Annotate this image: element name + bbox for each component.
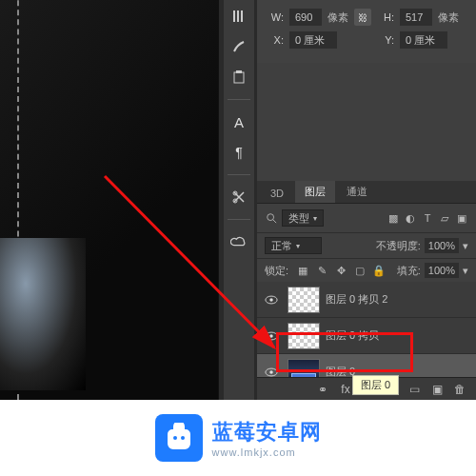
y-label: Y:: [377, 34, 394, 46]
fill-label: 填充:: [397, 264, 421, 278]
panel-tab-bar: 3D 图层 通道: [257, 181, 476, 204]
svg-rect-0: [233, 10, 235, 22]
visibility-eye-icon[interactable]: [261, 331, 282, 341]
watermark-url: www.lmkjx.com: [212, 446, 322, 458]
svg-rect-1: [237, 10, 239, 22]
tab-layers[interactable]: 图层: [295, 181, 335, 203]
trash-icon[interactable]: 🗑: [453, 383, 466, 396]
lock-all-icon[interactable]: 🔒: [372, 264, 386, 277]
svg-point-10: [269, 298, 273, 302]
blend-mode-row: 正常 ▾ 不透明度: 100% ▾: [257, 232, 476, 258]
align-icon[interactable]: [230, 8, 248, 25]
layer-row[interactable]: 图层 0 拷贝: [257, 318, 476, 354]
lock-row: 锁定: ▦ ✎ ✥ ▢ 🔒 填充: 100% ▾: [257, 258, 476, 282]
layer-thumbnail[interactable]: [288, 323, 320, 349]
lock-position-icon[interactable]: ✥: [334, 264, 347, 277]
svg-point-7: [268, 214, 274, 221]
site-logo-icon: [155, 414, 203, 462]
group-icon[interactable]: ▭: [407, 383, 421, 396]
tool-separator: [228, 174, 250, 175]
filter-smart-icon[interactable]: ▣: [455, 211, 468, 225]
blend-mode-value: 正常: [271, 239, 292, 253]
tab-3d[interactable]: 3D: [261, 184, 293, 203]
h-label: H:: [377, 11, 394, 23]
svg-point-14: [269, 370, 273, 374]
filter-type-icon[interactable]: T: [421, 211, 434, 225]
properties-section: W: 690 像素 ⛓ H: 517 像素 X: 0 厘米 Y: 0 厘米: [257, 0, 476, 63]
watermark-text: 蓝莓安卓网 www.lmkjx.com: [212, 418, 322, 458]
tool-separator: [228, 99, 250, 100]
right-panel-area: W: 690 像素 ⛓ H: 517 像素 X: 0 厘米 Y: 0 厘米 3D…: [257, 0, 476, 400]
x-label: X:: [267, 34, 284, 46]
svg-rect-2: [241, 10, 243, 22]
xy-row: X: 0 厘米 Y: 0 厘米: [267, 29, 466, 51]
chevron-down-icon: ▾: [296, 242, 300, 250]
opacity-field[interactable]: 100%: [425, 238, 459, 253]
chevron-down-icon: ▾: [313, 214, 317, 223]
height-field[interactable]: 517: [400, 9, 432, 26]
search-icon[interactable]: [265, 211, 278, 225]
clipboard-icon[interactable]: [230, 69, 248, 86]
filter-type-dropdown[interactable]: 类型 ▾: [282, 209, 324, 227]
filter-type-label: 类型: [288, 211, 309, 226]
link-wh-icon[interactable]: ⛓: [354, 9, 371, 26]
layer-tooltip: 图层 0: [352, 375, 399, 395]
paragraph-icon[interactable]: ¶: [230, 144, 248, 161]
svg-line-8: [273, 220, 276, 223]
layer-thumbnail[interactable]: [288, 287, 320, 313]
visibility-eye-icon[interactable]: [261, 295, 282, 305]
tool-separator: [228, 219, 250, 220]
fill-field[interactable]: 100%: [425, 263, 459, 278]
watermark-banner: 蓝莓安卓网 www.lmkjx.com: [0, 400, 476, 476]
svg-point-16: [173, 436, 177, 440]
lock-brush-icon[interactable]: ✎: [315, 264, 328, 277]
watermark-title: 蓝莓安卓网: [212, 418, 322, 446]
opacity-label: 不透明度:: [376, 239, 421, 253]
tab-channels[interactable]: 通道: [337, 181, 377, 203]
brush-icon[interactable]: [230, 38, 248, 55]
svg-rect-3: [234, 72, 244, 83]
vertical-tool-strip: A ¶: [224, 0, 254, 400]
type-tool-icon[interactable]: A: [230, 113, 248, 130]
link-layers-icon[interactable]: ⚭: [316, 383, 329, 396]
creative-cloud-icon[interactable]: [230, 233, 248, 250]
svg-point-17: [181, 436, 185, 440]
scissors-icon[interactable]: [230, 188, 248, 206]
layer-row[interactable]: 图层 0 拷贝 2: [257, 282, 476, 318]
canvas-image-content: [0, 238, 86, 390]
w-unit: 像素: [327, 10, 348, 25]
svg-rect-4: [236, 70, 242, 73]
lock-artboard-icon[interactable]: ▢: [353, 264, 367, 277]
x-field[interactable]: 0 厘米: [289, 31, 337, 49]
chevron-down-icon[interactable]: ▾: [463, 240, 468, 252]
fx-icon[interactable]: fx: [339, 383, 352, 396]
h-unit: 像素: [438, 10, 459, 25]
layer-name[interactable]: 图层 0 拷贝 2: [326, 292, 476, 307]
filter-adjust-icon[interactable]: ◐: [404, 211, 417, 225]
filter-pixel-icon[interactable]: ▩: [387, 211, 400, 225]
w-label: W:: [267, 11, 284, 23]
width-field[interactable]: 690: [289, 9, 322, 26]
lock-transparency-icon[interactable]: ▦: [296, 264, 309, 277]
visibility-eye-icon[interactable]: [261, 367, 282, 377]
blend-mode-dropdown[interactable]: 正常 ▾: [265, 237, 322, 254]
lock-label: 锁定:: [265, 264, 288, 278]
y-field[interactable]: 0 厘米: [400, 31, 447, 49]
canvas-area[interactable]: [0, 0, 219, 400]
svg-point-12: [269, 334, 273, 338]
layer-filter-row: 类型 ▾ ▩ ◐ T ▱ ▣: [257, 204, 476, 232]
filter-shape-icon[interactable]: ▱: [438, 211, 451, 225]
layer-name[interactable]: 图层 0 拷贝: [326, 328, 476, 343]
new-layer-icon[interactable]: ▣: [430, 383, 444, 396]
chevron-down-icon[interactable]: ▾: [463, 265, 468, 277]
width-height-row: W: 690 像素 ⛓ H: 517 像素: [267, 6, 466, 29]
